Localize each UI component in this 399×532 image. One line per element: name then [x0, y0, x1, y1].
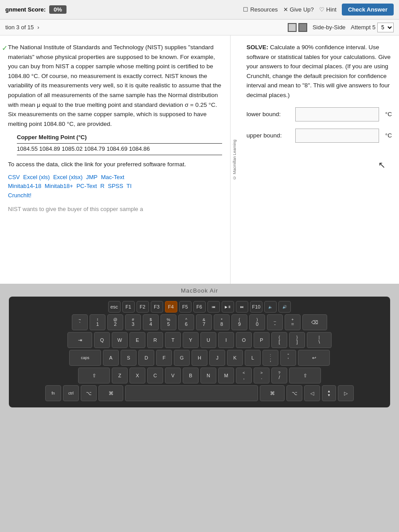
key-f5[interactable]: F5 [179, 301, 192, 313]
key-x[interactable]: X [129, 368, 145, 383]
key-y[interactable]: Y [183, 332, 199, 348]
key-0[interactable]: )0 [249, 314, 265, 330]
key-space[interactable] [125, 385, 258, 401]
side-by-side-view-button[interactable] [298, 23, 307, 32]
key-right[interactable]: ▷ [338, 385, 354, 401]
key-u[interactable]: U [200, 332, 216, 348]
mac-text-link[interactable]: Mac-Text [101, 174, 125, 180]
asdf-row: caps A S D F G H J K L :; "' ↩ [13, 350, 386, 366]
key-z[interactable]: Z [112, 368, 128, 383]
key-a[interactable]: A [103, 350, 119, 366]
key-f8[interactable]: ▶⏸ [222, 301, 234, 313]
key-rbracket[interactable]: }] [289, 332, 305, 348]
key-backslash[interactable]: |\ [307, 332, 332, 348]
key-f3[interactable]: F3 [151, 301, 163, 313]
key-v[interactable]: V [165, 368, 181, 383]
key-capslock[interactable]: caps [69, 350, 101, 366]
software-links: CSV Excel (xls) Excel (xlsx) JMP Mac-Tex… [8, 173, 222, 200]
spss-link[interactable]: SPSS [108, 183, 123, 189]
key-semicolon[interactable]: :; [262, 350, 278, 366]
key-m[interactable]: M [218, 368, 234, 383]
check-answer-button[interactable]: Check Answer [342, 4, 394, 16]
key-backspace[interactable]: ⌫ [302, 314, 327, 330]
key-f1[interactable]: F1 [122, 301, 135, 313]
key-f[interactable]: F [156, 350, 172, 366]
key-9[interactable]: (9 [231, 314, 247, 330]
key-3[interactable]: #3 [125, 314, 141, 330]
key-k[interactable]: K [227, 350, 243, 366]
key-lalt[interactable]: ⌥ [81, 385, 97, 401]
chevron-right-icon[interactable]: › [37, 24, 39, 31]
key-f9[interactable]: ⏭ [236, 301, 248, 313]
key-equal[interactable]: += [285, 314, 301, 330]
minitab1418-link[interactable]: Minitab14-18 [8, 183, 41, 189]
upper-bound-input[interactable] [295, 129, 379, 143]
key-8[interactable]: *8 [214, 314, 230, 330]
key-l[interactable]: L [245, 350, 261, 366]
key-2[interactable]: @2 [107, 314, 123, 330]
key-4[interactable]: $4 [143, 314, 159, 330]
key-p[interactable]: P [254, 332, 270, 348]
minitab18plus-link[interactable]: Minitab18+ [45, 183, 73, 189]
crunchit-link[interactable]: CrunchIt! [8, 192, 31, 199]
key-g[interactable]: G [174, 350, 190, 366]
key-f11[interactable]: 🔈 [264, 301, 277, 313]
single-view-button[interactable] [288, 23, 297, 32]
resources-button[interactable]: ☐ Resources [243, 6, 278, 13]
key-ctrl[interactable]: ctrl [63, 385, 79, 401]
key-rshift[interactable]: ⇧ [289, 368, 321, 383]
key-f2[interactable]: F2 [137, 301, 149, 313]
pc-text-link[interactable]: PC-Text [76, 183, 97, 189]
key-c[interactable]: C [147, 368, 163, 383]
give-up-button[interactable]: ✕ Give Up? [283, 6, 314, 13]
key-period[interactable]: >. [254, 368, 270, 383]
key-lbracket[interactable]: {[ [271, 332, 287, 348]
key-f4[interactable]: F4 [165, 301, 177, 313]
key-e[interactable]: E [129, 332, 145, 348]
key-f7[interactable]: ⏮ [207, 301, 220, 313]
key-lshift[interactable]: ⇧ [78, 368, 110, 383]
r-link[interactable]: R [100, 183, 104, 189]
key-updown[interactable]: ▲▼ [322, 385, 336, 401]
attempt-dropdown[interactable]: 5 [377, 23, 394, 32]
key-n[interactable]: N [200, 368, 216, 383]
key-left[interactable]: ◁ [304, 385, 320, 401]
key-quote[interactable]: "' [280, 350, 296, 366]
key-f12[interactable]: 🔊 [278, 301, 291, 313]
key-fn[interactable]: fn [45, 385, 61, 401]
jmp-link[interactable]: JMP [86, 174, 98, 180]
key-j[interactable]: J [209, 350, 225, 366]
key-tab[interactable]: ⇥ [67, 332, 92, 348]
key-f6[interactable]: F6 [193, 301, 206, 313]
key-s[interactable]: S [121, 350, 137, 366]
key-return[interactable]: ↩ [298, 350, 330, 366]
key-6[interactable]: ^6 [178, 314, 194, 330]
key-t[interactable]: T [165, 332, 181, 348]
csv-link[interactable]: CSV [8, 174, 20, 180]
key-w[interactable]: W [112, 332, 128, 348]
excel-xlsx-link[interactable]: Excel (xlsx) [53, 174, 82, 180]
key-h[interactable]: H [192, 350, 207, 366]
key-rcmd[interactable]: ⌘ [260, 385, 285, 401]
key-f10[interactable]: F10 [250, 301, 263, 313]
key-1[interactable]: !1 [90, 314, 106, 330]
key-minus[interactable]: _- [267, 314, 283, 330]
key-ralt[interactable]: ⌥ [286, 385, 302, 401]
key-backtick[interactable]: ~` [72, 314, 88, 330]
key-d[interactable]: D [138, 350, 154, 366]
key-esc[interactable]: esc [108, 301, 121, 313]
key-7[interactable]: &7 [196, 314, 212, 330]
key-q[interactable]: Q [94, 332, 110, 348]
key-5[interactable]: %5 [160, 314, 176, 330]
key-o[interactable]: O [236, 332, 252, 348]
key-r[interactable]: R [147, 332, 163, 348]
key-slash[interactable]: ?/ [271, 368, 287, 383]
key-i[interactable]: I [218, 332, 234, 348]
key-comma[interactable]: <, [236, 368, 252, 383]
ti-link[interactable]: TI [126, 183, 132, 189]
excel-xls-link[interactable]: Excel (xls) [23, 174, 50, 180]
hint-button[interactable]: ♡ Hint [319, 6, 336, 13]
key-b[interactable]: B [183, 368, 199, 383]
key-lcmd[interactable]: ⌘ [98, 385, 123, 401]
lower-bound-input[interactable] [295, 107, 379, 121]
